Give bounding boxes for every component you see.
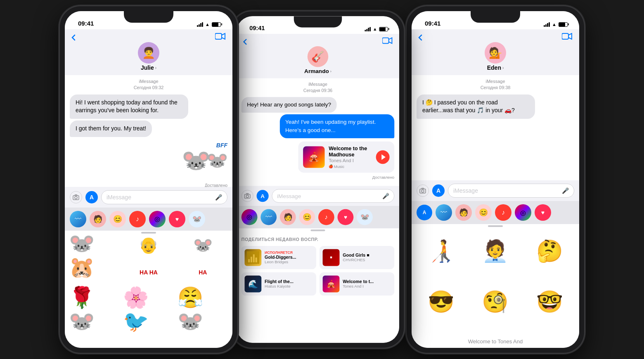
tray-icon-heart-1[interactable]: ♥: [169, 211, 185, 227]
screen-3: 09:41 ▲: [412, 11, 579, 348]
music-panel-title-2: ПОДЕЛИТЬСЯ НЕДАВНО ВОСПР.: [242, 237, 395, 242]
sticker-cell-1[interactable]: 🐭🐹: [69, 239, 120, 272]
music-item-info-3: Flight of the... Hiatus Kaiyote: [265, 279, 294, 288]
music-item-1[interactable]: ИСПОЛНЯЕТСЯ Gold-Diggers... Leon Bridges: [242, 246, 316, 269]
messages-area-2: iMessage Сегодня 09:36 Hey! Hear any goo…: [237, 78, 399, 186]
svg-rect-8: [251, 257, 252, 262]
avatar-2[interactable]: 🎸: [308, 46, 328, 67]
svg-rect-3: [382, 38, 389, 44]
sticker-cell-6[interactable]: 😤🐭: [178, 293, 228, 326]
phone-armando: 09:41 ▲: [229, 6, 407, 353]
music-grid-2: ИСПОЛНЯЕТСЯ Gold-Diggers... Leon Bridges…: [242, 246, 395, 295]
music-item-4[interactable]: 🎪 Welcome to t... Tones And I: [320, 272, 394, 295]
time-2: 09:41: [249, 25, 265, 31]
tray-icon-vinyl-3[interactable]: ◎: [515, 204, 531, 221]
wifi-2: ▲: [373, 26, 377, 31]
contact-name-3[interactable]: Eden ›: [487, 64, 504, 71]
tray-icon-face2-2[interactable]: 😊: [299, 209, 315, 225]
svg-rect-11: [562, 33, 568, 39]
tray-appstore-3[interactable]: A: [417, 205, 432, 220]
tray-icon-face-2[interactable]: 🧑: [280, 209, 296, 225]
nav-top-1: [71, 33, 226, 42]
tray-icon-face2-1[interactable]: 😊: [109, 211, 126, 227]
tray-icon-waves-2[interactable]: 〰: [260, 209, 277, 225]
video-button-2[interactable]: [382, 37, 393, 46]
tray-icon-heart-3[interactable]: ♥: [535, 204, 551, 221]
tray-divider-1: [65, 231, 232, 235]
app-tray-1: 〰 🧑 😊 ♪ ◎ ♥ 🐭: [65, 208, 232, 231]
video-button-3[interactable]: [562, 33, 573, 42]
tray-icon-heart-2[interactable]: ♥: [338, 209, 354, 225]
delivered-1: Доставлено: [70, 183, 227, 187]
music-thumb-3: 🌊: [244, 275, 261, 292]
memoji-2[interactable]: 🧑‍💼: [470, 232, 521, 269]
svg-rect-7: [248, 259, 250, 262]
contact-name-2[interactable]: Armando ›: [304, 68, 331, 74]
tray-icon-music-3[interactable]: ♪: [495, 204, 511, 221]
tray-icon-vinyl-2[interactable]: ◎: [242, 209, 258, 225]
music-thumb-4: 🎪: [323, 275, 340, 292]
tray-icon-face-1[interactable]: 🧑: [90, 211, 106, 227]
music-card-2[interactable]: 🎪 Welcome to the Madhouse Tones And I 🍎 …: [298, 141, 394, 172]
notch-2: [294, 16, 342, 27]
bubble-recv-2: Hey! Hear any good songs lately?: [242, 97, 337, 113]
app-tray-3: A 〰 🧑 😊 ♪ ◎ ♥: [412, 201, 579, 224]
music-artist-2: Tones And I: [329, 158, 372, 163]
sticker-cell-2[interactable]: 👴HA HA: [123, 239, 174, 272]
message-input-3[interactable]: iMessage 🎤: [448, 184, 574, 198]
nav-top-2: [243, 37, 393, 46]
screen-1: 09:41 ▲: [65, 11, 232, 348]
nav-top-3: [418, 33, 573, 42]
sticker-panel-1: 🐭🐹 👴HA HA 🐭HA 🌹🐭 🌸🐦 😤🐭: [65, 235, 232, 348]
tray-icon-mickey-1[interactable]: 🐭: [189, 211, 205, 227]
screen-2: 09:41 ▲: [237, 16, 399, 343]
memoji-1[interactable]: 🧑‍🦯: [416, 232, 466, 269]
memoji-5[interactable]: 🧐: [470, 283, 521, 321]
battery-2: [379, 27, 388, 31]
contact-name-1[interactable]: Julie ›: [141, 64, 156, 71]
tray-icon-face2-3[interactable]: 😊: [475, 204, 492, 221]
battery-3: [559, 22, 568, 27]
tray-icon-music-1[interactable]: ♪: [129, 211, 146, 227]
tray-icon-waves-1[interactable]: 〰: [70, 211, 86, 227]
camera-icon-2[interactable]: [242, 190, 253, 202]
memoji-6[interactable]: 🤓: [524, 283, 575, 321]
tray-icon-face-3[interactable]: 🧑: [455, 204, 472, 221]
memoji-3[interactable]: 🤔: [524, 232, 575, 269]
tray-icon-vinyl-1[interactable]: ◎: [149, 211, 166, 227]
sticker-cell-3[interactable]: 🐭HA: [178, 239, 228, 272]
music-item-3[interactable]: 🌊 Flight of the... Hiatus Kaiyote: [242, 272, 316, 295]
music-item-2[interactable]: ▪ Good Girls ■ CHVRCHES: [320, 246, 394, 269]
sticker-cell-4[interactable]: 🌹🐭: [69, 293, 120, 326]
back-button-3[interactable]: [418, 34, 422, 41]
notch-1: [124, 11, 173, 23]
sticker-cell-5[interactable]: 🌸🐦: [123, 293, 174, 326]
avatar-1[interactable]: 🧑‍🦱: [138, 42, 159, 64]
play-button-2[interactable]: [376, 150, 390, 164]
camera-icon-1[interactable]: [70, 191, 82, 203]
battery-1: [212, 22, 221, 27]
welcome-text-3: Welcome to Tones And: [412, 335, 579, 348]
message-input-2[interactable]: iMessage 🎤: [272, 189, 394, 203]
video-button-1[interactable]: [215, 33, 226, 42]
tray-icon-music-2[interactable]: ♪: [318, 209, 334, 225]
apps-icon-1[interactable]: A: [85, 191, 98, 203]
camera-icon-3[interactable]: [417, 184, 429, 197]
back-button-1[interactable]: [71, 34, 76, 41]
music-item-info-2: Good Girls ■ CHVRCHES: [343, 253, 369, 262]
tray-icon-mickey-2[interactable]: 🐭: [357, 209, 373, 225]
memoji-4[interactable]: 😎: [416, 283, 466, 321]
apps-icon-3[interactable]: A: [432, 184, 445, 197]
sticker-bff: 🐭🐭 BFF: [182, 142, 227, 179]
music-item-info-4: Welcome to t... Tones And I: [343, 279, 374, 288]
svg-rect-9: [253, 254, 255, 262]
time-1: 09:41: [78, 20, 94, 27]
avatar-3[interactable]: 💁: [485, 42, 506, 64]
message-input-1[interactable]: iMessage 🎤: [101, 190, 227, 204]
tray-icon-waves-3[interactable]: 〰: [436, 204, 452, 221]
back-button-2[interactable]: [243, 38, 247, 45]
album-art-2: 🎪: [303, 146, 324, 168]
apps-icon-2[interactable]: A: [257, 190, 269, 202]
svg-rect-0: [215, 33, 222, 39]
notch-3: [471, 11, 520, 23]
